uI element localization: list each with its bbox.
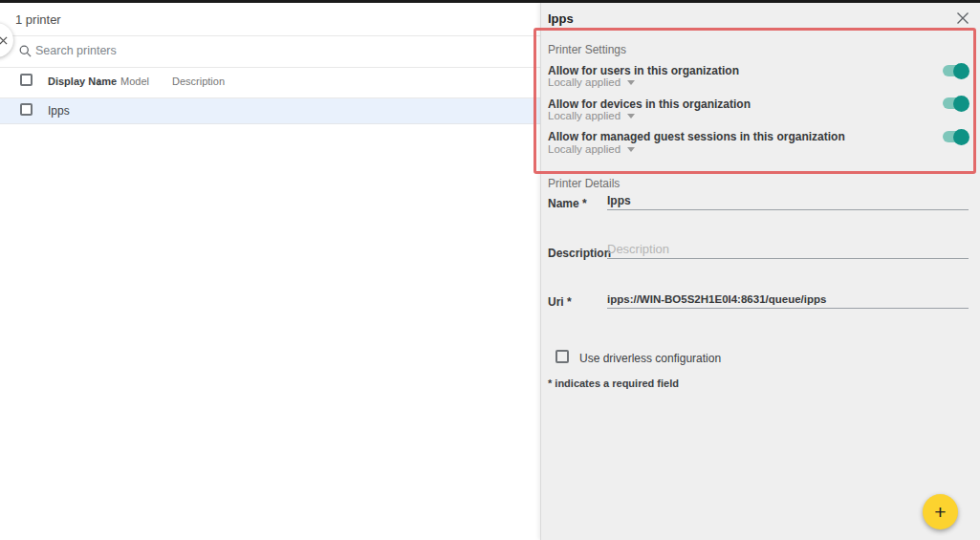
printer-detail-panel: Ipps Printer Settings Allow for users in… (540, 3, 980, 540)
locally-applied-text: Locally applied (548, 110, 621, 121)
required-field-note: * indicates a required field (548, 378, 679, 389)
description-field[interactable] (607, 242, 969, 259)
toggle-label-guest-sessions: Allow for managed guest sessions in this… (548, 130, 845, 143)
toggle-label-users: Allow for users in this organization (548, 64, 739, 77)
toggle-thumb (953, 63, 969, 79)
toggle-thumb (953, 96, 969, 112)
printer-count: 1 printer (15, 12, 61, 27)
uri-field[interactable] (607, 292, 969, 309)
driverless-checkbox[interactable] (555, 350, 569, 363)
add-printer-button[interactable]: + (923, 494, 958, 529)
locally-applied-dropdown[interactable]: Locally applied (548, 76, 635, 88)
name-field[interactable] (607, 193, 969, 210)
locally-applied-dropdown[interactable]: Locally applied (548, 143, 635, 155)
column-header-display-name[interactable]: Display Name (48, 76, 117, 87)
toggle-guest-sessions[interactable] (943, 131, 968, 142)
panel-title: Ipps (548, 11, 574, 26)
panel-collapse-icon (0, 36, 8, 45)
locally-applied-dropdown[interactable]: Locally applied (548, 110, 635, 121)
toggle-devices[interactable] (943, 97, 968, 109)
printer-settings-heading: Printer Settings (548, 43, 626, 56)
locally-applied-text: Locally applied (548, 143, 621, 155)
dropdown-caret-icon (627, 80, 635, 85)
search-input[interactable] (35, 42, 418, 59)
driverless-label: Use driverless configuration (579, 352, 721, 365)
description-label: Description (548, 247, 611, 260)
search-icon (18, 44, 33, 58)
select-all-checkbox[interactable] (20, 74, 33, 86)
dropdown-caret-icon (627, 114, 635, 119)
name-label: Name * (548, 197, 587, 210)
toggle-thumb (953, 129, 969, 145)
add-icon: + (934, 502, 946, 522)
divider (0, 67, 540, 68)
column-header-description[interactable]: Description (172, 76, 225, 87)
printer-details-heading: Printer Details (548, 177, 620, 190)
row-display-name: Ipps (48, 98, 70, 124)
printer-list-panel: 1 printer Display Name ↓ Model Descripti… (0, 3, 540, 540)
table-row[interactable]: Ipps (0, 98, 540, 124)
row-checkbox[interactable] (20, 103, 33, 116)
column-header-model[interactable]: Model (120, 76, 149, 87)
locally-applied-text: Locally applied (548, 76, 621, 88)
dropdown-caret-icon (627, 147, 635, 152)
toggle-label-devices: Allow for devices in this organization (548, 97, 751, 111)
sort-descending-icon[interactable]: ↓ (96, 74, 102, 88)
close-icon[interactable] (956, 11, 969, 25)
uri-label: Uri * (548, 295, 572, 309)
divider (0, 35, 540, 36)
screen: 1 printer Display Name ↓ Model Descripti… (0, 0, 980, 540)
toggle-users[interactable] (943, 65, 968, 76)
